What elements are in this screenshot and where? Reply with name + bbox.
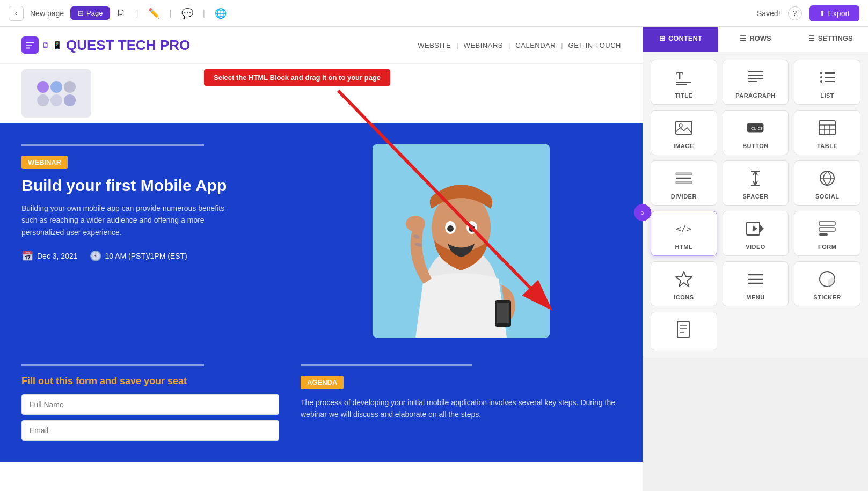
content-item-video[interactable]: VIDEO — [723, 211, 789, 256]
nav-sep-1: | — [456, 41, 458, 49]
svg-rect-1 — [26, 45, 32, 46]
video-icon — [746, 219, 765, 240]
toolbar: ‹ New page ⊞ Page 🗎 | ✏️ | 💬 | 🌐 Saved! … — [0, 0, 868, 27]
list-icon — [818, 68, 837, 89]
svg-rect-0 — [26, 42, 34, 43]
divider-icon — [674, 168, 694, 190]
table-icon — [818, 118, 837, 140]
content-item-html[interactable]: </> HTML — [651, 211, 717, 256]
logo-icon — [21, 36, 39, 54]
svg-rect-55 — [819, 233, 828, 236]
doc-icon[interactable]: 🗎 — [116, 8, 126, 19]
site-header: 🖥 📱 QUEST TECH PRO WEBSITE | WEBINARS | … — [0, 27, 643, 64]
paragraph-label: PARAGRAPH — [735, 92, 776, 99]
content-item-sticker[interactable]: STICKER — [794, 261, 860, 306]
spacer-label: SPACER — [742, 193, 768, 200]
svg-text:</>: </> — [676, 224, 691, 234]
social-label: SOCIAL — [815, 193, 840, 200]
back-icon: ‹ — [15, 10, 17, 17]
content-item-social[interactable]: SOCIAL — [794, 160, 860, 206]
content-item-table[interactable]: TABLE — [794, 110, 860, 155]
panel-tabs: ⊞ CONTENT ☰ ROWS ☰ SETTINGS — [643, 27, 868, 52]
nav-webinars[interactable]: WEBINARS — [464, 41, 503, 49]
hero-title: Build your first Mobile App — [21, 177, 279, 195]
svg-point-11 — [469, 225, 475, 232]
svg-rect-2 — [26, 47, 30, 49]
svg-rect-54 — [819, 228, 835, 231]
globe-icon[interactable]: 🌐 — [215, 8, 227, 19]
svg-point-24 — [820, 76, 822, 78]
panel-toggle-icon: › — [641, 208, 644, 217]
bottom-divider — [21, 364, 204, 366]
svg-point-22 — [820, 72, 822, 74]
export-button[interactable]: ⬆ Export — [809, 5, 859, 21]
nav-sep-3: | — [561, 41, 563, 49]
sticker-icon — [818, 269, 837, 291]
content-item-divider[interactable]: DIVIDER — [651, 160, 717, 206]
hero-time-text: 10 AM (PST)/1PM (EST) — [105, 252, 187, 260]
export-icon: ⬆ — [819, 9, 826, 18]
icons-icon — [674, 269, 694, 291]
agenda-description: The process of developing your initial m… — [301, 397, 621, 421]
pen-icon[interactable]: ✏️ — [148, 8, 160, 19]
right-panel-wrapper: › ⊞ CONTENT ☰ ROWS ☰ SETTINGS — [643, 27, 868, 491]
paragraph-icon — [746, 68, 765, 89]
full-name-input[interactable] — [21, 394, 279, 415]
nav-calendar[interactable]: CALENDAR — [515, 41, 556, 49]
hero-description: Building your own mobile app can provide… — [21, 202, 236, 238]
svg-point-10 — [447, 225, 454, 232]
settings-tab-label: SETTINGS — [818, 34, 853, 42]
spacer-icon — [746, 168, 765, 190]
page-icon — [674, 320, 694, 341]
bottom-right: AGENDA The process of developing your in… — [301, 364, 621, 446]
email-input[interactable] — [21, 420, 279, 441]
tab-content[interactable]: ⊞ CONTENT — [643, 27, 718, 52]
video-label: VIDEO — [746, 244, 765, 250]
tab-rows[interactable]: ☰ ROWS — [718, 27, 793, 52]
hero-left: WEBINAR Build your first Mobile App Buil… — [21, 144, 279, 338]
svg-rect-53 — [819, 222, 835, 225]
html-icon: </> — [674, 219, 694, 240]
menu-label: MENU — [746, 294, 764, 301]
content-item-image[interactable]: IMAGE — [651, 110, 717, 155]
agenda-badge: AGENDA — [301, 376, 344, 389]
nav-get-in-touch[interactable]: GET IN TOUCH — [568, 41, 621, 49]
content-item-list[interactable]: LIST — [794, 60, 860, 105]
svg-rect-32 — [819, 121, 835, 135]
hero-date: 📅 Dec 3, 2021 — [21, 250, 78, 262]
help-icon[interactable]: ? — [788, 6, 802, 20]
content-item-form[interactable]: FORM — [794, 211, 860, 256]
page-button[interactable]: ⊞ Page — [70, 6, 110, 20]
hero-meta: 📅 Dec 3, 2021 🕙 10 AM (PST)/1PM (EST) — [21, 250, 279, 262]
content-item-paragraph[interactable]: PARAGRAPH — [723, 60, 789, 105]
clock-icon: 🕙 — [90, 250, 101, 262]
content-tab-icon: ⊞ — [659, 34, 665, 42]
settings-tab-icon: ☰ — [808, 34, 815, 42]
hero-logo-section: Select the HTML Block and drag it on to … — [0, 64, 643, 123]
form-title: Fill out this form and save your seat — [21, 376, 279, 387]
main-layout: 🖥 📱 QUEST TECH PRO WEBSITE | WEBINARS | … — [0, 27, 868, 491]
content-item-menu[interactable]: MENU — [723, 261, 789, 306]
back-button[interactable]: ‹ — [9, 6, 24, 21]
content-item-button[interactable]: CLICK BUTTON — [723, 110, 789, 155]
export-label: Export — [828, 9, 850, 18]
content-item-page[interactable] — [651, 312, 717, 350]
content-item-title[interactable]: T TITLE — [651, 60, 717, 105]
sticker-label: STICKER — [813, 294, 841, 301]
page-btn-icon: ⊞ — [78, 9, 84, 17]
tab-settings[interactable]: ☰ SETTINGS — [793, 27, 868, 52]
logo-placeholder — [21, 69, 91, 118]
content-item-spacer[interactable]: SPACER — [723, 160, 789, 206]
form-label: FORM — [818, 244, 836, 250]
title-icon: T — [674, 68, 694, 89]
content-grid: T TITLE PARAGRAPH LIST — [643, 52, 868, 358]
nav-website[interactable]: WEBSITE — [418, 41, 451, 49]
content-item-icons[interactable]: ICONS — [651, 261, 717, 306]
svg-point-26 — [820, 80, 822, 83]
html-label: HTML — [675, 244, 693, 250]
panel-toggle-button[interactable]: › — [634, 204, 651, 221]
desktop-device-icon[interactable]: 🖥 — [42, 41, 49, 49]
chat-icon[interactable]: 💬 — [181, 8, 193, 19]
mobile-device-icon[interactable]: 📱 — [53, 41, 62, 49]
table-label: TABLE — [817, 143, 837, 149]
